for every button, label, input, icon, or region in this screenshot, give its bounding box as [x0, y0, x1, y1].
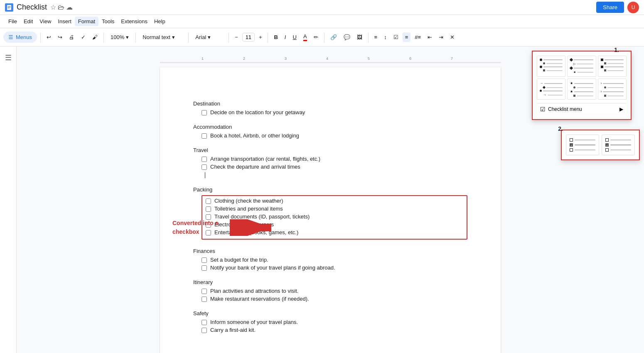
section-title-destination: Destination	[193, 101, 467, 107]
checkbox-finances-1[interactable]	[202, 257, 207, 263]
checkbox-travel-1[interactable]	[202, 157, 207, 162]
menu-tools[interactable]: Tools	[98, 17, 118, 26]
ruler: 1 2 3 4 5 6 7	[160, 55, 501, 63]
bullet-style-5[interactable]: ★ ★	[567, 78, 596, 100]
checklist-style-2[interactable]: ✓	[602, 135, 635, 155]
text-cursor	[205, 172, 205, 178]
style-dropdown[interactable]: Normal text ▾	[139, 32, 185, 42]
checklist-format-button[interactable]: ☑	[391, 32, 401, 42]
menu-insert[interactable]: Insert	[54, 17, 75, 26]
section-itinerary: Itinerary Plan activities and attraction…	[193, 279, 467, 302]
checkbox-packing-1[interactable]	[206, 199, 211, 204]
text-color-button[interactable]: A	[301, 32, 310, 43]
checklist-menu-row[interactable]: ☑ Checklist menu ▶	[537, 103, 627, 115]
svg-text:5: 5	[368, 56, 370, 61]
font-size-input[interactable]	[242, 33, 255, 42]
checklist-style-1[interactable]: ✓	[566, 135, 599, 155]
checklist-item: Inform someone of your travel plans.	[193, 319, 467, 325]
bullet-style-4[interactable]: → →	[537, 78, 565, 100]
section-title-packing: Packing	[193, 186, 467, 193]
bullet-style-3[interactable]	[598, 56, 627, 77]
user-avatar[interactable]: U	[627, 2, 639, 13]
menu-view[interactable]: View	[36, 17, 54, 26]
menu-format[interactable]: Format	[75, 17, 98, 26]
svg-text:6: 6	[409, 56, 411, 61]
toolbar-separator-8	[368, 32, 369, 42]
svg-rect-2	[8, 6, 11, 7]
checklist-popup[interactable]: ✓ ✓	[561, 130, 640, 160]
sidebar: ☰	[0, 47, 17, 353]
clear-format-button[interactable]: ✕	[447, 32, 457, 42]
line-spacing-button[interactable]: ↕	[381, 32, 389, 42]
section-title-finances: Finances	[193, 248, 467, 254]
svg-text:7: 7	[451, 56, 453, 61]
menu-file[interactable]: File	[5, 17, 20, 26]
underline-button[interactable]: U	[290, 32, 299, 42]
align-button[interactable]: ≡	[372, 32, 380, 42]
checklist-menu-label: Checklist menu	[548, 106, 582, 112]
menu-edit[interactable]: Edit	[20, 17, 36, 26]
checklist-item: Toiletries and personal items	[206, 206, 463, 212]
undo-button[interactable]: ↩	[44, 32, 54, 42]
checklist-item: Set a budget for the trip.	[193, 257, 467, 263]
checkbox-finances-2[interactable]	[202, 265, 207, 271]
svg-text:4: 4	[326, 56, 328, 61]
font-size-plus-button[interactable]: +	[256, 32, 265, 42]
numbered-list-button[interactable]: #≡	[412, 32, 423, 42]
checkbox-travel-2[interactable]	[202, 164, 207, 170]
document-title[interactable]: Checklist	[17, 3, 47, 12]
menus-button[interactable]: ☰ Menus	[3, 32, 37, 43]
highlight-button[interactable]: ✏	[311, 32, 321, 42]
zoom-dropdown[interactable]: 100% ▾	[107, 32, 132, 42]
checkbox-packing-2[interactable]	[206, 206, 211, 212]
svg-text:2: 2	[243, 56, 245, 61]
annotation-text: Converted into a checkbox	[172, 219, 226, 236]
style-label: Normal text	[143, 34, 170, 40]
checkbox-safety-1[interactable]	[202, 320, 207, 325]
annotation-arrow	[230, 219, 280, 236]
menu-icon: ☰	[8, 34, 13, 40]
link-button[interactable]: 🔗	[328, 32, 339, 42]
menu-extensions[interactable]: Extensions	[118, 17, 151, 26]
svg-text:1: 1	[202, 56, 204, 61]
bullet-style-1[interactable]	[537, 56, 565, 77]
section-finances: Finances Set a budget for the trip. Noti…	[193, 248, 467, 271]
bullet-style-6[interactable]: › ›	[598, 78, 627, 100]
toolbar-separator-5	[229, 32, 229, 42]
title-bar: Checklist ☆ 🗁 ☁ Share U	[0, 0, 644, 15]
font-label: Arial	[195, 34, 206, 40]
toolbar-separator	[40, 32, 41, 42]
star-icon[interactable]: ☆	[50, 3, 56, 11]
checkbox-destination-1[interactable]	[202, 110, 207, 115]
comment-button[interactable]: 💬	[341, 32, 353, 42]
checkbox-accommodation-1[interactable]	[202, 133, 207, 139]
checkbox-itinerary-1[interactable]	[202, 289, 207, 294]
checkbox-itinerary-2[interactable]	[202, 297, 207, 302]
checklist-icon: ☑	[540, 106, 546, 113]
image-button[interactable]: 🖼	[354, 32, 365, 42]
bold-button[interactable]: B	[271, 32, 280, 42]
checkbox-safety-2[interactable]	[202, 328, 207, 333]
menu-help[interactable]: Help	[151, 17, 169, 26]
ruler-svg: 1 2 3 4 5 6 7	[160, 55, 501, 63]
toolbar: ☰ Menus ↩ ↪ 🖨 ✓ 🖌 100% ▾ Normal text ▾ A…	[0, 28, 644, 47]
indent-less-button[interactable]: ⇤	[425, 32, 435, 42]
font-dropdown[interactable]: Arial ▾	[192, 32, 225, 42]
section-title-travel: Travel	[193, 147, 467, 153]
bullet-popup[interactable]: ▷ ★	[532, 51, 632, 120]
google-docs-icon	[5, 3, 13, 12]
redo-button[interactable]: ↪	[55, 32, 65, 42]
outline-toggle[interactable]: ☰	[5, 53, 12, 62]
indent-more-button[interactable]: ⇥	[436, 32, 446, 42]
italic-button[interactable]: I	[282, 32, 289, 42]
bullet-list-button[interactable]: ≡	[403, 32, 411, 42]
cloud-icon[interactable]: ☁	[66, 3, 73, 11]
spell-check-button[interactable]: ✓	[79, 32, 88, 42]
bullet-style-2[interactable]: ▷ ★	[567, 56, 596, 77]
print-button[interactable]: 🖨	[66, 32, 77, 42]
folder-icon[interactable]: 🗁	[58, 4, 64, 11]
share-button[interactable]: Share	[596, 2, 624, 13]
font-size-minus-button[interactable]: −	[232, 32, 241, 42]
toolbar-separator-2	[103, 32, 104, 42]
paint-format-button[interactable]: 🖌	[90, 32, 100, 42]
